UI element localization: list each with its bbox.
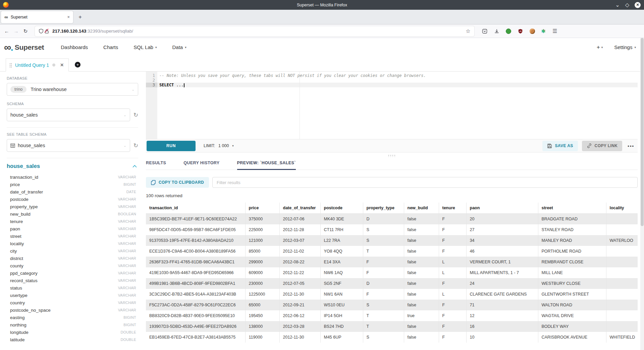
window-maximize-icon[interactable]: ◇ — [625, 2, 629, 8]
tab-preview-house-sales[interactable]: PREVIEW: `HOUSE_SALES` — [237, 159, 296, 170]
schema-column-row[interactable]: tenureVARCHAR — [7, 218, 138, 225]
schema-column-row[interactable]: date_of_transferDATE — [7, 188, 138, 195]
url-text[interactable]: 217.160.120.143:32393/superset/sqllab/ — [52, 29, 465, 34]
nav-item-dashboards[interactable]: Dashboards — [61, 44, 88, 50]
tab-close-icon[interactable]: × — [67, 14, 70, 19]
table-header-cell[interactable]: date_of_transfer — [279, 203, 320, 214]
schema-column-row[interactable]: countryVARCHAR — [7, 299, 138, 306]
url-bar[interactable]: 217.160.120.143:32393/superset/sqllab/ ☆ — [35, 26, 474, 36]
editor-toolbar: RUN LIMIT: 1 000 ▾ SAVE AS COPY LINK ••• — [146, 139, 638, 152]
collapse-chevron-icon[interactable] — [132, 165, 137, 168]
schema-column-row[interactable]: postcodeVARCHAR — [7, 195, 138, 203]
new-tab-button[interactable]: + — [78, 14, 82, 20]
table-cell: 2012-11-22 — [279, 267, 320, 278]
schema-column-row[interactable]: transaction_idVARCHAR — [7, 173, 138, 181]
bookmark-star-icon[interactable]: ☆ — [465, 28, 471, 34]
reload-button[interactable]: ↻ — [21, 28, 30, 34]
table-schema-title[interactable]: house_sales — [7, 163, 40, 169]
filter-results-input[interactable] — [212, 177, 638, 188]
more-options-button[interactable]: ••• — [628, 143, 634, 148]
extension-asterisk-icon[interactable]: ✱ — [541, 28, 546, 34]
database-engine-pill: trino — [10, 86, 26, 93]
schema-column-row[interactable]: cityVARCHAR — [7, 247, 138, 255]
back-button[interactable]: ← — [2, 28, 11, 34]
nav-item-data[interactable]: Data▾ — [172, 44, 186, 50]
table-header-cell[interactable]: tenure — [439, 203, 466, 214]
schema-select[interactable]: house_sales ⌄ — [7, 108, 130, 121]
drag-handle-icon[interactable] — [9, 63, 12, 68]
schema-column-row[interactable]: property_typeVARCHAR — [7, 203, 138, 210]
refresh-table-icon[interactable]: ↻ — [133, 142, 138, 149]
pane-resize-handle[interactable] — [146, 152, 638, 159]
table-select[interactable]: house_sales ⌄ — [7, 139, 130, 152]
window-minimize-icon[interactable]: ⌄ — [615, 2, 620, 8]
column-type: VARCHAR — [118, 286, 136, 290]
table-cell: MILL LANE — [538, 267, 606, 278]
table-cell: EB1459EB-67ED-47C8-B2E7-A38143AB5575 — [146, 332, 245, 343]
copy-to-clipboard-button[interactable]: COPY TO CLIPBOARD — [146, 177, 209, 188]
table-cell: 98F5DC47-0D05-4D59-95B7-98CA6F1FDE05 — [146, 224, 245, 235]
table-header-cell[interactable]: price — [245, 203, 279, 214]
table-cell: 2012-11-30 — [279, 332, 320, 343]
table-header-cell[interactable]: postcode — [320, 203, 363, 214]
schema-column-row[interactable]: priceBIGINT — [7, 181, 138, 188]
table-cell: 230000 — [245, 278, 279, 289]
table-header-cell[interactable]: property_type — [363, 203, 404, 214]
table-cell: S — [363, 235, 404, 246]
window-close-icon[interactable]: ✕ — [635, 2, 641, 8]
downloads-icon[interactable] — [494, 28, 499, 34]
run-button[interactable]: RUN — [147, 141, 196, 151]
save-as-button[interactable]: SAVE AS — [542, 141, 578, 151]
schema-column-row[interactable]: record_statusVARCHAR — [7, 277, 138, 284]
table-header-cell[interactable]: street — [538, 203, 606, 214]
schema-column-row[interactable]: longitudeDOUBLE — [7, 329, 138, 336]
nav-item-sql-lab[interactable]: SQL Lab▾ — [133, 44, 157, 50]
schema-column-row[interactable]: streetVARCHAR — [7, 232, 138, 240]
table-row: 1B5C39ED-BE7F-41EF-9E71-9C60EED74A223750… — [146, 214, 638, 225]
refresh-schema-icon[interactable]: ↻ — [133, 112, 138, 119]
schema-column-row[interactable]: ppd_categoryVARCHAR — [7, 269, 138, 277]
add-new-button[interactable]: +▾ — [597, 44, 603, 51]
nav-item-charts[interactable]: Charts — [103, 44, 118, 50]
forward-button[interactable]: → — [11, 28, 21, 34]
column-name: postcode_no_space — [10, 308, 51, 313]
menu-hamburger-icon[interactable]: ☰ — [552, 28, 558, 34]
page-scrollbar[interactable] — [640, 38, 644, 350]
superset-brand[interactable]: ∞. Superset — [4, 42, 44, 52]
ublock-shield-icon[interactable]: uB — [518, 28, 523, 34]
schema-column-row[interactable]: statusVARCHAR — [7, 284, 138, 292]
schema-column-row[interactable]: latitudeDOUBLE — [7, 336, 138, 343]
database-select[interactable]: trino Trino warehouse ⌄ — [7, 83, 138, 96]
schema-column-row[interactable]: eastingBIGINT — [7, 314, 138, 321]
scrollbar-thumb[interactable] — [641, 38, 644, 226]
table-header-cell[interactable]: transaction_id — [146, 203, 245, 214]
lock-insecure-icon[interactable] — [44, 28, 50, 34]
schema-column-row[interactable]: countyVARCHAR — [7, 262, 138, 269]
shield-icon[interactable] — [38, 28, 44, 34]
limit-dropdown[interactable]: LIMIT: 1 000 ▾ — [204, 143, 234, 148]
sql-editor[interactable]: 1 2 3 -- Note: Unless you save your quer… — [146, 72, 638, 139]
table-cell: 65000 — [245, 300, 279, 310]
new-query-tab-button[interactable]: + — [75, 62, 80, 68]
settings-menu[interactable]: Settings▾ — [614, 44, 636, 50]
pocket-icon[interactable] — [482, 28, 487, 34]
copy-link-button[interactable]: COPY LINK — [582, 141, 623, 151]
schema-column-row[interactable]: localityVARCHAR — [7, 240, 138, 247]
schema-column-row[interactable]: postcode_no_spaceVARCHAR — [7, 306, 138, 314]
tab-results[interactable]: RESULTS — [146, 159, 166, 170]
query-tab[interactable]: Untitled Query 1 ✕ — [6, 58, 69, 72]
table-header-cell[interactable]: locality — [606, 203, 638, 214]
cookie-icon[interactable] — [530, 29, 535, 34]
table-header-cell[interactable]: paon — [466, 203, 538, 214]
table-header-cell[interactable]: new_build — [404, 203, 439, 214]
query-tab-close-icon[interactable]: ✕ — [60, 62, 64, 68]
browser-tab[interactable]: ∞ Superset × — [1, 11, 73, 23]
editor-gutter: 1 2 3 — [146, 72, 157, 139]
tab-query-history[interactable]: QUERY HISTORY — [183, 159, 219, 170]
schema-column-row[interactable]: paonVARCHAR — [7, 225, 138, 232]
schema-column-row[interactable]: new_buildBOOLEAN — [7, 210, 138, 218]
schema-column-row[interactable]: districtVARCHAR — [7, 255, 138, 262]
schema-column-row[interactable]: northingBIGINT — [7, 321, 138, 329]
schema-column-row[interactable]: usertypeVARCHAR — [7, 292, 138, 299]
extension-green-icon[interactable] — [506, 29, 511, 34]
